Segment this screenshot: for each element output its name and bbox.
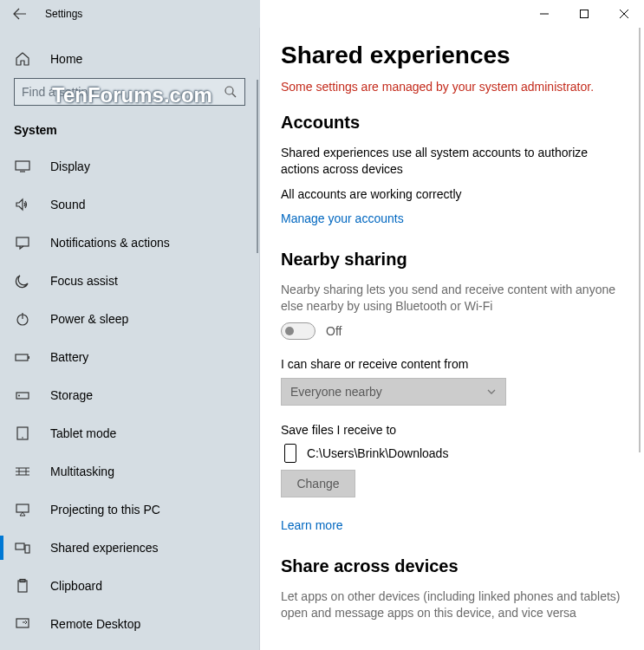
- sidebar-item-label: Battery: [50, 350, 88, 364]
- sidebar-home-label: Home: [50, 52, 82, 66]
- svg-rect-2: [16, 161, 29, 170]
- svg-point-1: [225, 87, 233, 94]
- multitasking-icon: [14, 463, 31, 480]
- page-title: Shared experiences: [281, 42, 623, 69]
- titlebar: Settings: [0, 0, 644, 28]
- minimize-icon: [540, 10, 549, 18]
- sidebar-item-label: Notifications & actions: [50, 236, 170, 250]
- home-icon: [14, 50, 31, 68]
- sidebar-item-label: Multitasking: [50, 465, 114, 478]
- learn-more-link[interactable]: Learn more: [281, 518, 343, 532]
- sidebar-item-remote-desktop[interactable]: Remote Desktop: [0, 605, 259, 643]
- nearby-toggle-state: Off: [326, 324, 342, 338]
- sidebar-item-label: Shared experiences: [50, 541, 159, 555]
- shared-experiences-icon: [14, 539, 31, 556]
- device-icon: [284, 444, 296, 463]
- content-scrollbar[interactable]: [639, 28, 641, 452]
- sidebar-item-tablet[interactable]: Tablet mode: [0, 414, 259, 452]
- sidebar-item-focus[interactable]: Focus assist: [0, 262, 259, 300]
- search-icon: [224, 85, 237, 99]
- save-to-path-row: C:\Users\Brink\Downloads: [281, 444, 623, 463]
- sidebar-item-label: Projecting to this PC: [50, 503, 160, 517]
- sidebar-item-label: Storage: [50, 388, 93, 402]
- share-across-desc: Let apps on other devices (including lin…: [281, 588, 623, 621]
- sidebar-item-label: Clipboard: [50, 579, 102, 593]
- content-pane: Shared experiences Some settings are man…: [260, 28, 644, 650]
- sidebar-item-label: Power & sleep: [50, 312, 128, 326]
- sidebar-item-shared-experiences[interactable]: Shared experiences: [0, 529, 259, 567]
- back-button[interactable]: [0, 0, 40, 28]
- nearby-desc: Nearby sharing lets you send and receive…: [281, 282, 623, 315]
- chevron-down-icon: [486, 387, 497, 397]
- close-icon: [620, 10, 628, 18]
- maximize-button[interactable]: [564, 0, 604, 28]
- sidebar-item-label: Focus assist: [50, 274, 118, 288]
- svg-rect-12: [16, 543, 24, 549]
- sidebar: TenForums.com Home System Display Sound: [0, 28, 260, 650]
- svg-point-10: [22, 437, 23, 439]
- svg-point-8: [18, 395, 20, 397]
- sidebar-item-display[interactable]: Display: [0, 147, 259, 185]
- accounts-heading: Accounts: [281, 113, 623, 133]
- sidebar-section-label: System: [0, 114, 259, 147]
- sidebar-item-label: Remote Desktop: [50, 617, 140, 631]
- sidebar-item-multitasking[interactable]: Multitasking: [0, 452, 259, 491]
- sidebar-item-clipboard[interactable]: Clipboard: [0, 567, 259, 605]
- svg-rect-16: [16, 619, 29, 627]
- battery-icon: [14, 348, 31, 366]
- nearby-sharing-toggle[interactable]: [281, 322, 315, 340]
- nearby-heading: Nearby sharing: [281, 250, 623, 270]
- manage-accounts-link[interactable]: Manage your accounts: [281, 211, 404, 225]
- sidebar-item-label: Display: [50, 159, 90, 173]
- projecting-icon: [14, 501, 31, 518]
- svg-rect-13: [25, 545, 29, 553]
- sidebar-item-power[interactable]: Power & sleep: [0, 300, 259, 338]
- back-arrow-icon: [13, 7, 27, 21]
- save-to-label: Save files I receive to: [281, 423, 623, 437]
- minimize-button[interactable]: [524, 0, 564, 28]
- admin-managed-notice: Some settings are managed by your system…: [281, 80, 623, 94]
- svg-rect-6: [29, 356, 30, 359]
- share-from-label: I can share or receive content from: [281, 357, 623, 371]
- sidebar-item-notifications[interactable]: Notifications & actions: [0, 224, 259, 262]
- sidebar-item-projecting[interactable]: Projecting to this PC: [0, 491, 259, 529]
- toggle-knob: [285, 327, 294, 335]
- notifications-icon: [14, 234, 31, 251]
- svg-rect-11: [16, 504, 29, 512]
- sidebar-item-storage[interactable]: Storage: [0, 376, 259, 414]
- svg-rect-0: [581, 10, 589, 18]
- search-box[interactable]: [14, 78, 245, 106]
- accounts-desc: Shared experiences use all system accoun…: [281, 145, 623, 178]
- accounts-status: All accounts are working correctly: [281, 186, 623, 203]
- change-button[interactable]: Change: [281, 470, 355, 497]
- sidebar-item-label: Sound: [50, 198, 85, 211]
- sidebar-item-label: Tablet mode: [50, 426, 116, 440]
- window-title: Settings: [45, 8, 82, 20]
- svg-rect-3: [16, 237, 29, 246]
- sidebar-home[interactable]: Home: [0, 40, 259, 78]
- svg-rect-5: [16, 354, 28, 361]
- power-icon: [14, 310, 31, 328]
- clipboard-icon: [14, 577, 31, 595]
- sidebar-item-battery[interactable]: Battery: [0, 338, 259, 376]
- sound-icon: [14, 196, 31, 213]
- maximize-icon: [580, 10, 589, 18]
- sidebar-item-sound[interactable]: Sound: [0, 185, 259, 224]
- share-from-value: Everyone nearby: [290, 385, 382, 399]
- share-across-heading: Share across devices: [281, 556, 623, 576]
- remote-desktop-icon: [14, 615, 31, 633]
- close-button[interactable]: [604, 0, 644, 28]
- search-input[interactable]: [22, 85, 224, 99]
- focus-assist-icon: [14, 272, 31, 289]
- sidebar-scrollbar[interactable]: [257, 80, 258, 253]
- tablet-icon: [14, 425, 31, 442]
- share-from-select[interactable]: Everyone nearby: [281, 378, 506, 406]
- display-icon: [14, 158, 31, 175]
- save-to-path: C:\Users\Brink\Downloads: [307, 446, 448, 460]
- storage-icon: [14, 387, 31, 404]
